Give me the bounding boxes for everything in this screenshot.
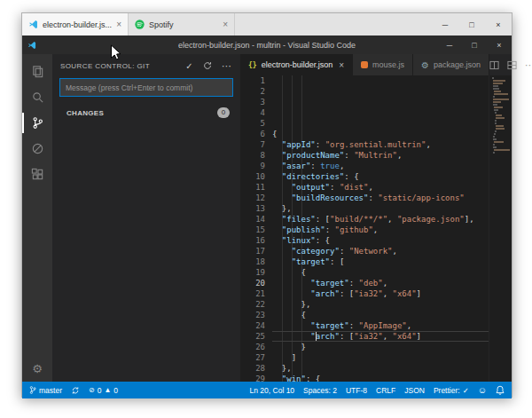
editor-actions: ⋯ bbox=[489, 54, 532, 75]
close-button[interactable]: × bbox=[485, 13, 512, 35]
code-line[interactable]: "publish": "github", bbox=[272, 225, 489, 235]
language-mode[interactable]: JSON bbox=[404, 386, 425, 395]
explorer-icon[interactable] bbox=[22, 59, 52, 84]
code-line[interactable]: "category": "Network", bbox=[272, 246, 489, 256]
minimize-button[interactable]: ─ bbox=[432, 13, 458, 35]
code-line[interactable]: "target": "AppImage", bbox=[272, 320, 489, 331]
code-line[interactable]: "productName": "Multrin", bbox=[272, 150, 489, 161]
sync-button[interactable] bbox=[71, 386, 80, 395]
app-tab-spotify[interactable]: Spotify × bbox=[129, 13, 235, 35]
branch-name: master bbox=[39, 386, 62, 395]
editor-tab-package-json[interactable]: ⚙ package.json bbox=[413, 54, 489, 75]
status-bar: master ⊘ 0 ▲ 0 Ln 20, Col 10 Spaces: 2 U… bbox=[22, 382, 512, 398]
minimap-line bbox=[493, 88, 499, 90]
line-number: 22 bbox=[240, 299, 265, 310]
minimize-button[interactable]: ─ bbox=[437, 41, 462, 50]
line-number: 16 bbox=[240, 235, 265, 246]
line-number: 2 bbox=[240, 86, 265, 97]
code-lines[interactable]: { "appId": "org.sential.multrin", "produ… bbox=[272, 75, 489, 382]
code-line[interactable]: "linux": { bbox=[272, 235, 489, 246]
vscode-titlebar: electron-builder.json - multrin - Visual… bbox=[22, 35, 512, 54]
minimap-line bbox=[496, 117, 505, 119]
line-number: 11 bbox=[240, 182, 265, 193]
commit-message-input[interactable] bbox=[59, 78, 233, 97]
more-actions-icon[interactable]: ⋯ bbox=[525, 59, 532, 71]
minimap-line bbox=[495, 122, 497, 124]
extensions-icon[interactable] bbox=[22, 162, 52, 187]
eol-setting[interactable]: CRLF bbox=[376, 386, 395, 395]
editor-tab-mouse-js[interactable]: mouse.js bbox=[353, 54, 413, 75]
close-button[interactable]: × bbox=[487, 41, 512, 50]
line-number: 8 bbox=[240, 150, 265, 161]
code-line[interactable]: "output": "dist", bbox=[272, 182, 489, 193]
code-line[interactable]: "arch": ["ia32", "x64"] bbox=[272, 331, 489, 342]
app-tab-label: electron-builder.js... bbox=[43, 20, 112, 29]
sidebar-actions: ✓ ⋯ bbox=[185, 60, 232, 72]
search-icon[interactable] bbox=[22, 84, 52, 110]
minimap-line bbox=[493, 96, 495, 98]
code-line[interactable]: } bbox=[272, 342, 489, 352]
line-number: 13 bbox=[240, 203, 265, 214]
js-icon bbox=[361, 61, 368, 68]
split-editor-icon[interactable] bbox=[489, 60, 499, 70]
minimap-line bbox=[493, 146, 497, 148]
editor-tab-electron-builder-json[interactable]: {} electron-builder.json × bbox=[240, 54, 353, 75]
maximize-button[interactable]: □ bbox=[462, 41, 487, 50]
refresh-icon[interactable] bbox=[203, 61, 212, 70]
minimap-line bbox=[493, 104, 497, 106]
minimap-line bbox=[494, 149, 510, 151]
line-number: 19 bbox=[240, 267, 265, 278]
code-line[interactable]: ] bbox=[272, 352, 489, 363]
tab-close-icon[interactable]: × bbox=[116, 20, 121, 29]
problems-indicator[interactable]: ⊘ 0 ▲ 0 bbox=[89, 386, 118, 395]
line-number: 1 bbox=[240, 75, 265, 86]
code-line[interactable]: "arch": ["ia32", "x64"] bbox=[272, 288, 489, 299]
editor-tab-label: electron-builder.json bbox=[262, 60, 333, 69]
changes-section-header[interactable]: CHANGES 0 bbox=[52, 104, 240, 122]
code-line[interactable]: }, bbox=[272, 203, 489, 214]
indentation-setting[interactable]: Spaces: 2 bbox=[303, 386, 337, 395]
code-line[interactable]: "appId": "org.sential.multrin", bbox=[272, 139, 489, 150]
encoding-setting[interactable]: UTF-8 bbox=[346, 386, 367, 395]
minimap-line bbox=[492, 77, 494, 79]
minimap-line bbox=[494, 141, 504, 143]
editor-tab-label: mouse.js bbox=[372, 60, 404, 69]
cursor-position[interactable]: Ln 20, Col 10 bbox=[250, 386, 295, 395]
tab-close-icon[interactable]: × bbox=[339, 60, 344, 70]
vscode-window-controls: ─ □ × bbox=[437, 41, 512, 50]
code-line[interactable]: "target": [ bbox=[272, 256, 489, 267]
code-line[interactable]: "buildResources": "static/app-icons" bbox=[272, 193, 489, 203]
line-number: 27 bbox=[240, 352, 265, 363]
code-line[interactable]: }, bbox=[272, 363, 489, 374]
formatter-status[interactable]: Prettier: ✓ bbox=[434, 386, 469, 395]
line-number: 25 bbox=[240, 331, 265, 342]
git-branch-indicator[interactable]: master bbox=[29, 385, 62, 395]
settings-gear-icon[interactable]: ⚙ bbox=[32, 362, 43, 375]
code-line[interactable]: "directories": { bbox=[272, 171, 489, 182]
feedback-smiley-icon[interactable]: ☺ bbox=[478, 385, 487, 395]
debug-icon[interactable] bbox=[22, 136, 52, 162]
maximize-button[interactable]: □ bbox=[458, 13, 485, 35]
code-line[interactable]: { bbox=[272, 310, 489, 320]
minimap-line bbox=[493, 136, 495, 138]
code-line[interactable]: { bbox=[272, 129, 489, 139]
code-line[interactable]: "target": "deb", bbox=[272, 278, 489, 288]
code-line[interactable]: "files": ["build/**/*", "package.json"], bbox=[272, 214, 489, 225]
editor-layout-icon[interactable] bbox=[507, 60, 517, 70]
commit-icon[interactable]: ✓ bbox=[185, 61, 193, 71]
code-line[interactable]: "asar": true, bbox=[272, 161, 489, 171]
code-line[interactable]: { bbox=[272, 267, 489, 278]
tab-close-icon[interactable]: × bbox=[223, 20, 228, 29]
line-number: 10 bbox=[240, 171, 265, 182]
vscode-icon bbox=[28, 20, 38, 29]
line-number: 24 bbox=[240, 320, 265, 331]
more-actions-icon[interactable]: ⋯ bbox=[222, 60, 232, 72]
notifications-bell-icon[interactable] bbox=[496, 385, 505, 395]
source-control-icon[interactable] bbox=[22, 110, 52, 136]
minimap-line bbox=[493, 144, 495, 146]
code-line[interactable]: "win": { bbox=[272, 374, 489, 382]
minimap[interactable] bbox=[489, 75, 512, 382]
code-line[interactable]: }, bbox=[272, 299, 489, 310]
source-control-sidebar: SOURCE CONTROL: GIT ✓ ⋯ CHANGES 0 bbox=[52, 54, 240, 382]
app-tab-vscode[interactable]: electron-builder.js... × bbox=[22, 13, 129, 35]
